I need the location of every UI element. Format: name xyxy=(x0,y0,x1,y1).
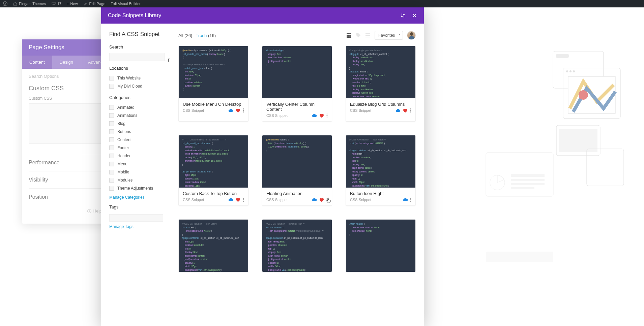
category-modules[interactable]: Modules xyxy=(109,176,170,184)
category-label: Animations xyxy=(117,113,137,118)
category-mobile[interactable]: Mobile xyxy=(109,168,170,176)
snippet-title: Use Mobile Menu On Desktop xyxy=(183,102,244,107)
cloud-icon[interactable] xyxy=(312,113,317,118)
snippet-grid: @media only screen and ( min-width:980px… xyxy=(178,46,416,272)
snippet-card[interactable]: /* target single post container */.blog-… xyxy=(346,46,416,122)
categories-label: Categories xyxy=(109,95,170,100)
tab-design[interactable]: Design xyxy=(52,56,81,69)
snippet-card[interactable]: /* CSS VAR:Button --- Icon Right */:root… xyxy=(346,135,416,206)
svg-rect-5 xyxy=(511,183,545,185)
cloud-icon[interactable] xyxy=(403,197,408,202)
heart-icon[interactable] xyxy=(403,108,408,113)
category-content[interactable]: Content xyxy=(109,136,170,144)
more-icon[interactable]: ••• xyxy=(326,113,328,118)
snippet-card[interactable]: @media only screen and ( min-width:980px… xyxy=(178,46,248,122)
card-footer: Equalize Blog Grid ColumnsCSS Snippet••• xyxy=(346,98,415,116)
cloud-icon[interactable] xyxy=(228,108,233,113)
more-icon[interactable]: ••• xyxy=(243,197,244,202)
snippet-card[interactable]: .main-header { -webkit-box-shadow: none;… xyxy=(346,219,416,272)
snippet-card[interactable]: @keyframes floating { 0% { transform: tr… xyxy=(262,135,332,206)
location-label: My Divi Cloud xyxy=(117,84,142,89)
snippet-card[interactable]: /*CSS VAR:Button --- Inverted Icon */.dc… xyxy=(262,219,332,272)
checkbox-icon xyxy=(109,76,114,80)
code-preview: /* ------ Custom Back To Top Button ----… xyxy=(179,135,248,188)
search-input[interactable] xyxy=(109,53,165,61)
wp-edit-page[interactable]: Edit Page xyxy=(83,1,106,6)
checkbox-icon xyxy=(109,121,114,126)
snippet-type: CSS Snippet xyxy=(183,108,204,112)
user-avatar[interactable] xyxy=(407,31,416,40)
tags-input[interactable] xyxy=(109,214,163,222)
wp-comments[interactable]: 17 xyxy=(51,1,61,6)
card-footer: Floating AnimationCSS Snippet••• xyxy=(262,188,332,205)
category-menu[interactable]: Menu xyxy=(109,160,170,168)
search-label: Search xyxy=(109,44,170,50)
category-buttons[interactable]: Buttons xyxy=(109,128,170,136)
svg-rect-27 xyxy=(350,36,351,38)
snippet-type: CSS Snippet xyxy=(350,198,371,202)
code-preview: .dc-vertical-align { display: flex; flex… xyxy=(262,46,332,98)
more-icon[interactable]: ••• xyxy=(410,197,411,202)
heart-icon[interactable] xyxy=(319,113,324,118)
close-icon[interactable] xyxy=(412,13,417,18)
wp-logo[interactable] xyxy=(3,1,7,6)
cloud-icon[interactable] xyxy=(395,108,401,113)
category-label: Theme Adjustments xyxy=(117,186,153,191)
more-icon[interactable]: ••• xyxy=(243,108,244,112)
cloud-icon[interactable] xyxy=(228,197,233,202)
category-header[interactable]: Header xyxy=(109,152,170,160)
code-preview: @keyframes floating { 0% { transform: tr… xyxy=(262,135,332,188)
more-icon[interactable]: ••• xyxy=(410,108,411,112)
manage-categories-link[interactable]: Manage Categories xyxy=(109,195,170,200)
category-label: Buttons xyxy=(117,129,131,134)
manage-tags-link[interactable]: Manage Tags xyxy=(109,224,170,229)
category-label: Mobile xyxy=(117,170,129,174)
pencil-icon xyxy=(83,1,88,6)
svg-rect-18 xyxy=(587,149,624,186)
wp-site-link[interactable]: Elegant Themes xyxy=(13,1,46,6)
svg-rect-28 xyxy=(365,33,370,34)
category-animated[interactable]: Animated xyxy=(109,103,170,111)
cloud-icon[interactable] xyxy=(312,197,317,202)
category-animations[interactable]: Animations xyxy=(109,111,170,120)
category-theme-adjustments[interactable]: Theme Adjustments xyxy=(109,184,170,192)
snippet-type: CSS Snippet xyxy=(266,113,288,118)
heart-icon[interactable] xyxy=(319,197,324,202)
heart-icon[interactable] xyxy=(235,108,241,113)
card-footer: Button Icon RightCSS Snippet••• xyxy=(346,188,415,205)
list-view-icon[interactable] xyxy=(365,33,371,38)
tag-view-icon[interactable] xyxy=(356,33,361,38)
code-preview: /*CSS VAR:Button --- Inverted Icon */.dc… xyxy=(262,220,332,272)
sort-icon[interactable] xyxy=(400,13,406,18)
svg-rect-4 xyxy=(511,179,545,181)
snippet-card[interactable]: .dc-vertical-align { display: flex; flex… xyxy=(262,46,332,122)
checkbox-icon xyxy=(109,186,114,191)
tab-content[interactable]: Content xyxy=(22,56,52,69)
modal-sidebar: Find A CSS Snippet Search + Filter Locat… xyxy=(101,24,170,326)
wp-exit-visual-builder[interactable]: Exit Visual Builder xyxy=(111,2,140,6)
modal-main: All (26) | Trash (16) Favorites @media o… xyxy=(170,24,424,326)
snippet-title: Button Icon Right xyxy=(350,191,411,196)
sort-select[interactable]: Favorites xyxy=(375,31,403,40)
location-my-divi-cloud[interactable]: My Divi Cloud xyxy=(109,82,170,90)
code-snippets-modal: Code Snippets Library Find A CSS Snippet… xyxy=(101,7,424,326)
snippet-card[interactable]: /* ------ Custom Back To Top Button ----… xyxy=(178,135,248,206)
filter-button[interactable]: + Filter xyxy=(165,53,170,61)
svg-rect-25 xyxy=(347,36,348,38)
checkbox-icon xyxy=(109,154,114,158)
count-all-label[interactable]: All xyxy=(178,33,183,38)
sidebar-heading: Find A CSS Snippet xyxy=(109,31,170,38)
location-this-website[interactable]: This Website xyxy=(109,74,170,82)
heart-icon[interactable] xyxy=(235,197,241,202)
checkbox-icon xyxy=(109,129,114,134)
category-blog[interactable]: Blog xyxy=(109,120,170,128)
wp-new[interactable]: + New xyxy=(67,2,78,6)
snippet-card[interactable]: /* CSS VAR:Button --- Icon Left */.dc-ic… xyxy=(178,219,248,272)
svg-rect-6 xyxy=(511,187,534,189)
category-footer[interactable]: Footer xyxy=(109,144,170,152)
checkbox-icon xyxy=(109,170,114,174)
grid-view-icon[interactable] xyxy=(346,33,352,38)
trash-link[interactable]: Trash xyxy=(196,33,207,38)
background-wireframe-left xyxy=(486,152,560,267)
category-label: Menu xyxy=(117,162,127,166)
